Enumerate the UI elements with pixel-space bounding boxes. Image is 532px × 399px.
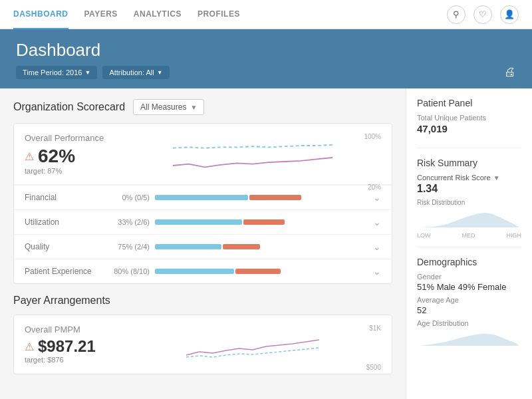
risk-score-label: Concurrent Risk Score ▼ <box>417 174 521 182</box>
scorecard-title: Organization Scorecard <box>13 101 125 113</box>
metric-bars <box>155 244 362 249</box>
chart-bottom-label: 20% <box>124 184 381 191</box>
payer-big-value: $987.21 <box>38 337 96 356</box>
payer-left: Overall PMPM ⚠ $987.21 target: $876 <box>25 325 124 364</box>
right-panel: Patient Panel Total Unique Patients 47,0… <box>406 88 532 399</box>
metric-bars <box>155 195 362 200</box>
payer-target: target: $876 <box>25 356 124 364</box>
total-patients-label: Total Unique Patients <box>417 114 521 122</box>
nav-profiles[interactable]: PROFILES <box>198 0 240 29</box>
payer-overall-label: Overall PMPM <box>25 325 124 334</box>
risk-score-value: 1.34 <box>417 183 521 195</box>
demographics-title: Demographics <box>417 257 521 267</box>
alert-icon: ⚠ <box>25 150 34 163</box>
patient-panel-title: Patient Panel <box>417 98 521 108</box>
scorecard-card: Overall Performance ⚠ 62% target: 87% 10… <box>13 123 392 284</box>
chevron-down-icon: ▼ <box>157 69 163 76</box>
nav-dashboard[interactable]: DASHBOARD <box>13 0 68 29</box>
bar-red <box>235 269 281 274</box>
chevron-down-icon: ▼ <box>84 69 90 76</box>
nav-icons: ⚲ ♡ 👤 <box>447 5 519 24</box>
header-filters: Time Period: 2016 ▼ Attribution: All ▼ <box>16 66 170 79</box>
bar-red <box>249 195 301 200</box>
user-icon[interactable]: 👤 <box>500 5 519 24</box>
nav-payers[interactable]: PAYERS <box>84 0 118 29</box>
expand-icon[interactable]: ⌄ <box>368 241 381 252</box>
overall-line-chart <box>124 142 381 182</box>
bar-blue <box>155 195 248 200</box>
overall-chart: 100% 20% <box>124 133 381 173</box>
risk-dist-labels: LOW MED HIGH <box>417 232 521 239</box>
avg-age-label: Average Age <box>417 296 521 304</box>
metric-row-quality: Quality 75% (2/4) ⌄ <box>14 234 392 259</box>
overall-label: Overall Performance <box>25 133 124 143</box>
metric-stats: 33% (2/6) <box>103 218 150 226</box>
low-label: LOW <box>417 232 431 239</box>
metric-name: Quality <box>25 242 98 251</box>
expand-icon[interactable]: ⌄ <box>368 217 381 227</box>
patient-panel-section: Patient Panel Total Unique Patients 47,0… <box>417 98 521 148</box>
scorecard-header: Organization Scorecard All Measures ▼ <box>13 99 392 115</box>
payer-chart-top: $1K <box>124 325 381 332</box>
attribution-filter[interactable]: Attribution: All ▼ <box>102 66 169 79</box>
left-panel: Organization Scorecard All Measures ▼ Ov… <box>0 88 406 399</box>
measures-dropdown[interactable]: All Measures ▼ <box>133 99 204 115</box>
expand-icon[interactable]: ⌄ <box>368 266 381 277</box>
payer-overall: Overall PMPM ⚠ $987.21 target: $876 $1K … <box>14 315 392 374</box>
metric-row-utilization: Utilization 33% (2/6) ⌄ <box>14 209 392 234</box>
overall-value: ⚠ 62% <box>25 146 124 167</box>
gender-value: 51% Male 49% Female <box>417 282 521 292</box>
demographics-section: Demographics Gender 51% Male 49% Female … <box>417 257 521 357</box>
overall-percent: 62% <box>38 146 75 167</box>
search-icon[interactable]: ⚲ <box>447 5 466 24</box>
metric-bars <box>155 269 362 274</box>
overall-target: target: 87% <box>25 167 124 175</box>
nav-analytics[interactable]: ANALYTICS <box>134 0 182 29</box>
chevron-down-icon[interactable]: ▼ <box>493 174 500 182</box>
payer-chart-bottom: $500 <box>124 364 381 371</box>
bar-blue <box>155 269 234 274</box>
payer-chart: $1K $500 <box>124 325 381 364</box>
time-period-filter[interactable]: Time Period: 2016 ▼ <box>16 66 97 79</box>
avg-age-value: 52 <box>417 305 521 315</box>
metric-name: Patient Experience <box>25 267 98 276</box>
chevron-down-icon: ▼ <box>190 104 197 111</box>
metric-name: Utilization <box>25 217 98 227</box>
expand-icon[interactable]: ⌄ <box>368 192 381 203</box>
high-label: HIGH <box>506 232 521 239</box>
chart-top-label: 100% <box>124 133 381 140</box>
payer-section-header: Payer Arrangements <box>13 295 392 307</box>
overall-left: Overall Performance ⚠ 62% target: 87% <box>25 133 124 175</box>
bar-red <box>223 244 260 249</box>
alert-icon: ⚠ <box>25 340 34 353</box>
metric-bars <box>155 219 362 225</box>
page-title: Dashboard <box>16 40 170 61</box>
payer-title: Payer Arrangements <box>13 295 110 307</box>
navigation: DASHBOARD PAYERS ANALYTICS PROFILES ⚲ ♡ … <box>0 0 532 29</box>
print-icon[interactable]: 🖨 <box>504 65 516 79</box>
overall-performance: Overall Performance ⚠ 62% target: 87% 10… <box>14 124 392 185</box>
bar-red <box>243 219 285 225</box>
payer-line-chart <box>124 332 381 362</box>
page-header: Dashboard Time Period: 2016 ▼ Attributio… <box>0 29 532 88</box>
metric-stats: 75% (2/4) <box>103 243 150 251</box>
metric-row-patient-experience: Patient Experience 80% (8/10) ⌄ <box>14 259 392 283</box>
age-dist-label: Age Distribution <box>417 319 521 327</box>
risk-distribution-chart <box>417 209 521 229</box>
total-patients-value: 47,019 <box>417 123 521 134</box>
payer-value-row: ⚠ $987.21 <box>25 337 124 356</box>
risk-summary-section: Risk Summary Concurrent Risk Score ▼ 1.3… <box>417 158 521 247</box>
risk-dist-label: Risk Distribution <box>417 199 521 206</box>
bell-icon[interactable]: ♡ <box>473 5 492 24</box>
metric-name: Financial <box>25 193 98 202</box>
main-content: Organization Scorecard All Measures ▼ Ov… <box>0 88 532 399</box>
bar-blue <box>155 219 242 225</box>
metric-stats: 80% (8/10) <box>103 267 150 275</box>
med-label: MED <box>462 232 475 239</box>
nav-links: DASHBOARD PAYERS ANALYTICS PROFILES <box>13 0 447 29</box>
gender-label: Gender <box>417 273 521 281</box>
metric-stats: 0% (0/5) <box>103 194 150 201</box>
age-distribution-chart <box>417 329 521 347</box>
bar-blue <box>155 244 221 249</box>
payer-card: Overall PMPM ⚠ $987.21 target: $876 $1K … <box>13 315 392 374</box>
